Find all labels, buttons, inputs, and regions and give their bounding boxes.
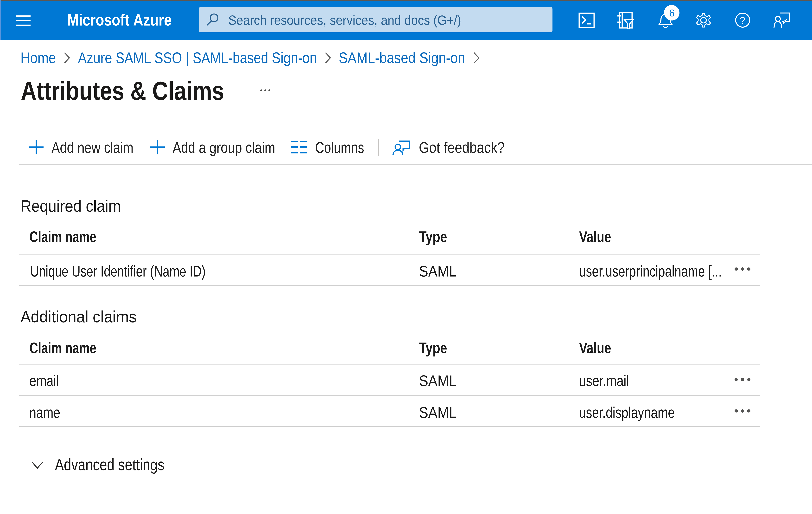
svg-text:?: ? xyxy=(740,15,746,26)
